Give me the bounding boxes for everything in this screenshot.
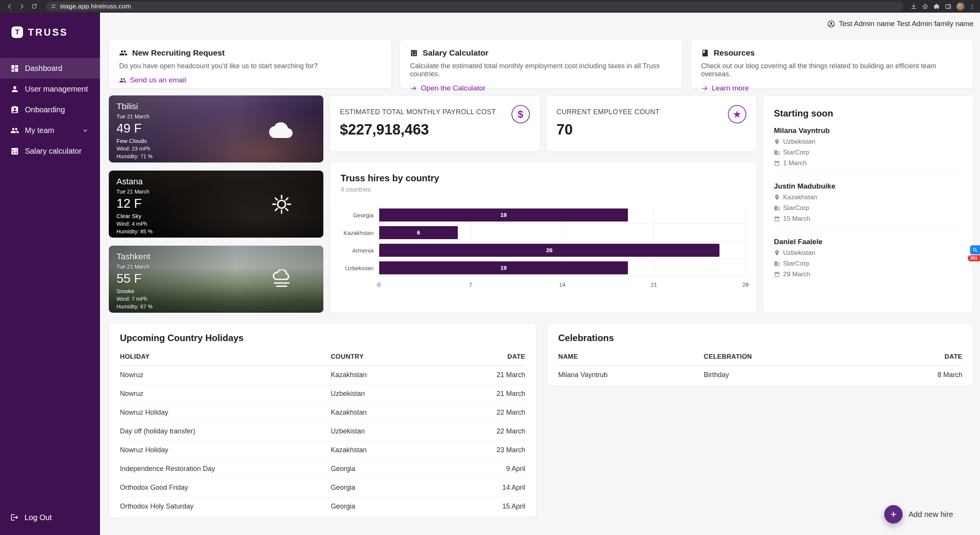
chart-title: Truss hires by country bbox=[341, 173, 746, 184]
starting-soon-person: Justin Madubuike Kazakhstan StarCorp 15 … bbox=[774, 174, 962, 230]
calendar-icon bbox=[774, 216, 780, 222]
sidebar-item-label: Onboarding bbox=[25, 105, 65, 114]
category-label: Kazakhstan bbox=[341, 224, 379, 241]
sidebar-item-onboarding[interactable]: Onboarding bbox=[0, 99, 100, 120]
card-body: Calculate the estimated total monthly em… bbox=[410, 62, 672, 78]
starting-soon-title: Starting soon bbox=[774, 108, 962, 119]
sidebar: T TRUSS Dashboard User management Onboar… bbox=[0, 13, 100, 535]
sun-icon bbox=[270, 193, 293, 215]
building-icon bbox=[774, 261, 780, 267]
upcoming-country-holidays-card: Upcoming Country Holidays HOLIDAYCOUNTRY… bbox=[109, 323, 536, 518]
logout-icon bbox=[10, 513, 19, 522]
chart-plot: 19 6 26 19 bbox=[379, 206, 746, 277]
site-info-icon[interactable] bbox=[51, 3, 56, 9]
weather-date: Tue 21 March bbox=[116, 113, 316, 120]
chart-subtitle: 4 countries bbox=[341, 186, 746, 193]
person-start-date: 15 March bbox=[783, 215, 810, 223]
category-label: Armenia bbox=[341, 241, 379, 259]
person-name: Milana Vayntrub bbox=[774, 126, 962, 135]
location-pin-icon bbox=[774, 250, 780, 256]
arrow-right-icon bbox=[410, 85, 417, 92]
extension-count-badge: 201 bbox=[968, 255, 980, 261]
sidebar-item-salary-calculator[interactable]: Salary calculator bbox=[0, 141, 100, 161]
hires-by-country-chart-card: Truss hires by country 4 countries Georg… bbox=[329, 162, 757, 313]
browser-toolbar: stage.app.hiretruss.com bbox=[0, 0, 980, 13]
user-icon bbox=[10, 84, 19, 94]
sidebar-item-my-team[interactable]: My team bbox=[0, 120, 100, 141]
holidays-table-header: HOLIDAYCOUNTRYDATE bbox=[120, 348, 525, 366]
sidebar-item-user-management[interactable]: User management bbox=[0, 79, 100, 99]
browser-menu-dots-icon[interactable] bbox=[969, 3, 975, 10]
building-icon bbox=[774, 149, 780, 156]
calculator-icon bbox=[410, 49, 418, 57]
person-company: StarCorp bbox=[783, 204, 809, 212]
person-country: Uzbekistan bbox=[783, 249, 815, 257]
chevron-down-icon[interactable] bbox=[82, 127, 88, 134]
side-panel-icon[interactable] bbox=[945, 3, 952, 10]
chart-bar: 19 bbox=[379, 261, 628, 274]
calendar-icon bbox=[774, 160, 780, 166]
weather-wind: Wind: 23 mPh bbox=[116, 146, 316, 152]
current-user-name: Test Admin name Test Admin family name bbox=[839, 20, 973, 28]
sidebar-menu: Dashboard User management Onboarding My … bbox=[0, 58, 100, 161]
download-icon[interactable] bbox=[910, 3, 917, 10]
weather-city: Tashkent bbox=[116, 252, 316, 262]
extension-overlay-widget[interactable]: 201 bbox=[968, 245, 980, 261]
browser-reload-icon[interactable] bbox=[29, 2, 39, 11]
celebrations-card: Celebrations NAMECELEBRATIONDATE Milana … bbox=[547, 323, 973, 386]
weather-city: Tbilisi bbox=[116, 102, 316, 112]
calculator-icon bbox=[10, 146, 19, 156]
add-new-hire-label: Add new hire bbox=[908, 510, 953, 519]
table-row: Milana VayntrubBirthday8 March bbox=[558, 366, 962, 384]
sidebar-item-dashboard[interactable]: Dashboard bbox=[0, 58, 100, 79]
book-icon bbox=[701, 49, 709, 57]
weather-column: Tbilisi Tue 21 March 49 F Few Clouds Win… bbox=[109, 95, 323, 313]
salary-calculator-card: Salary Calculator Calculate the estimate… bbox=[400, 39, 682, 89]
browser-profile-avatar[interactable] bbox=[956, 2, 965, 11]
send-us-an-email-link[interactable]: Send us an email bbox=[119, 76, 186, 84]
magnifier-icon[interactable] bbox=[970, 245, 980, 254]
link-label: Send us an email bbox=[130, 76, 186, 84]
celebrations-table-header: NAMECELEBRATIONDATE bbox=[558, 348, 962, 366]
weather-card-tbilisi: Tbilisi Tue 21 March 49 F Few Clouds Win… bbox=[109, 95, 323, 162]
star-icon: ★ bbox=[728, 105, 746, 123]
truss-logo-icon: T bbox=[11, 26, 23, 38]
browser-forward-icon[interactable] bbox=[17, 2, 27, 11]
sidebar-item-label: Dashboard bbox=[25, 64, 62, 73]
weather-condition: Few Clouds bbox=[116, 138, 316, 144]
sidebar-item-label: User management bbox=[25, 85, 88, 94]
sidebar-item-label: My team bbox=[25, 126, 54, 135]
person-company: StarCorp bbox=[783, 260, 809, 268]
payroll-cost-card: ESTIMATED TOTAL MONTHLY PAYROLL COST $22… bbox=[329, 95, 540, 152]
table-row: NowruzUzbekistan21 March bbox=[120, 384, 525, 403]
starting-soon-person: Milana Vayntrub Uzbekistan StarCorp 1 Ma… bbox=[774, 119, 962, 174]
person-start-date: 29 March bbox=[783, 271, 810, 278]
extensions-icon[interactable] bbox=[933, 3, 940, 10]
learn-more-link[interactable]: Learn more bbox=[701, 84, 749, 92]
dollar-icon: $ bbox=[511, 105, 530, 123]
weather-humidity: Humidity: 85 % bbox=[116, 228, 316, 235]
add-new-hire-button[interactable]: + bbox=[884, 505, 903, 524]
weather-humidity: Humidity: 67 % bbox=[116, 304, 316, 310]
location-pin-icon bbox=[774, 194, 780, 200]
stats-and-chart-column: ESTIMATED TOTAL MONTHLY PAYROLL COST $22… bbox=[329, 95, 757, 313]
card-title: Salary Calculator bbox=[423, 48, 488, 57]
current-user-chip[interactable]: Test Admin name Test Admin family name bbox=[827, 18, 973, 30]
logout-button[interactable]: Log Out bbox=[0, 513, 100, 535]
card-body: Do you have open headcount you'd like us… bbox=[119, 62, 381, 70]
employee-count-card: CURRENT EMPLOYEE COUNT 70 ★ bbox=[546, 95, 757, 152]
stat-value: $227,918,463 bbox=[340, 121, 530, 138]
chart-bar: 6 bbox=[379, 226, 458, 239]
people-icon bbox=[119, 77, 126, 84]
address-bar[interactable]: stage.app.hiretruss.com bbox=[46, 2, 903, 11]
person-start-date: 1 March bbox=[783, 159, 806, 167]
card-title: New Recruiting Request bbox=[132, 48, 225, 57]
browser-back-icon[interactable] bbox=[5, 2, 15, 11]
weather-wind: Wind: 7 mPh bbox=[116, 296, 316, 302]
open-the-calculator-link[interactable]: Open the Calculator bbox=[410, 84, 485, 92]
person-name: Justin Madubuike bbox=[774, 182, 962, 190]
stat-value: 70 bbox=[557, 121, 747, 138]
bookmark-star-icon[interactable] bbox=[922, 3, 929, 10]
chart-bar: 26 bbox=[379, 244, 719, 257]
person-country: Kazakhstan bbox=[783, 194, 817, 201]
